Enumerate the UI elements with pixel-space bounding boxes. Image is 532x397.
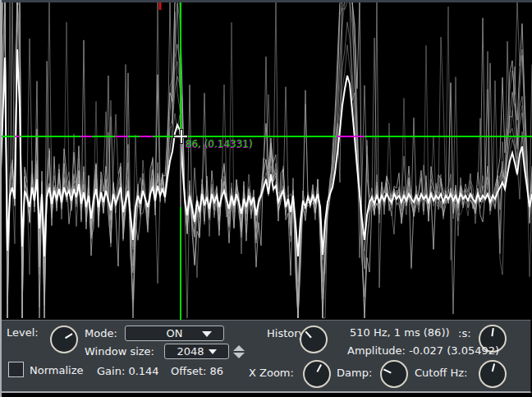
chevron-down-icon (202, 331, 212, 337)
level-knob[interactable] (50, 325, 78, 353)
frequency-status: 510 Hz, 1 ms (86)) (350, 326, 450, 339)
offset-value: Offset: 86 (171, 365, 223, 377)
window-size-spinner[interactable] (232, 344, 245, 359)
knob-pointer (383, 368, 392, 373)
x-zoom-label: X Zoom: (249, 367, 294, 379)
window-size-dropdown[interactable]: 2048 (164, 344, 229, 359)
mode-dropdown[interactable]: ON (125, 325, 224, 341)
normalize-checkbox[interactable] (8, 362, 24, 377)
chevron-down-icon (209, 349, 217, 354)
analyzer-window: 86, (0.14331) Level: Mode: ON History: 5… (0, 0, 532, 397)
damp-knob[interactable] (380, 360, 408, 388)
knob-pointer (317, 364, 322, 372)
knob-pointer (492, 363, 495, 372)
x-zoom-knob[interactable] (303, 360, 331, 388)
normalize-label: Normalize (30, 364, 83, 376)
scope-display[interactable] (0, 0, 532, 321)
window-top-edge (0, 0, 532, 2)
window-size-label: Window size: (85, 345, 154, 358)
damp-label: Damp: (337, 367, 372, 379)
knob-pointer (65, 333, 73, 339)
mode-label: Mode: (85, 327, 117, 339)
spin-up-icon (233, 345, 245, 351)
cutoff-knob[interactable] (479, 360, 507, 388)
knob-pointer (305, 331, 312, 339)
window-size-value: 2048 (177, 345, 204, 358)
window-left-edge (0, 0, 2, 397)
cutoff-label: Cutoff Hz: (415, 367, 467, 379)
obscured-label: :s: (458, 327, 471, 339)
knob-pointer (491, 328, 493, 336)
level-label: Level: (7, 326, 39, 339)
control-panel: Level: Mode: ON History: 510 Hz, 1 ms (8… (2, 320, 531, 393)
crosshair-readout: 86, (0.14331) (186, 138, 253, 150)
gain-value: Gain: 0.144 (97, 365, 159, 377)
amplitude-status: Amplitude: -0.027 (3.05492) (347, 344, 499, 357)
spin-down-icon (233, 353, 245, 358)
history-knob[interactable] (300, 325, 328, 353)
mode-value: ON (167, 327, 183, 339)
